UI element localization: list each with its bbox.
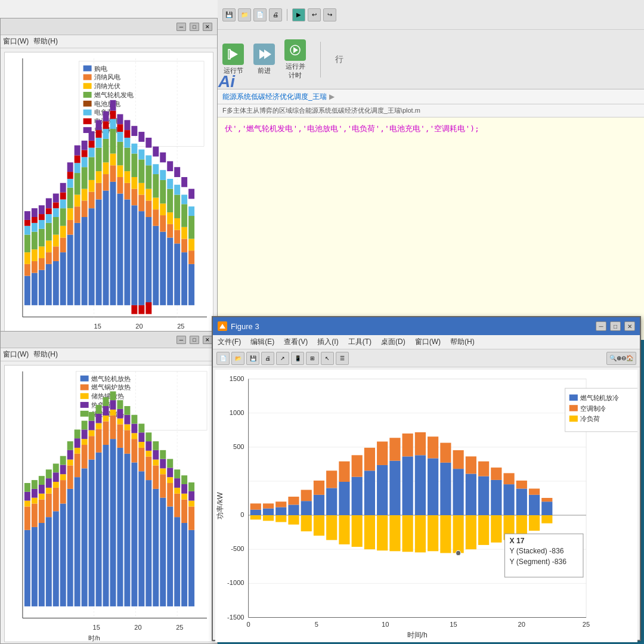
svg-rect-103 [96, 171, 102, 183]
svg-rect-307 [153, 441, 159, 450]
svg-rect-423 [503, 473, 514, 484]
svg-rect-291 [131, 424, 137, 434]
fig3-zoom-tools[interactable]: 🔍⊕⊖🏠 [606, 352, 636, 365]
fig3-menu-file[interactable]: 文件(F) [218, 337, 241, 347]
svg-rect-329 [188, 506, 194, 530]
toolbar-new-icon[interactable]: 📄 [253, 8, 267, 21]
svg-rect-398 [402, 456, 413, 515]
svg-rect-326 [181, 484, 187, 494]
svg-text:消纳风电: 消纳风电 [94, 73, 120, 80]
fig2-close[interactable]: ✕ [203, 336, 212, 344]
fig1-close[interactable]: ✕ [203, 23, 212, 31]
toolbar-print-icon[interactable]: 🖨 [269, 8, 282, 21]
fig3-print-icon[interactable]: 🖨 [261, 352, 274, 365]
fig3-minimize[interactable]: ─ [596, 321, 606, 331]
svg-rect-404 [428, 459, 438, 516]
svg-rect-293 [138, 471, 144, 606]
figure-window-1: ─ □ ✕ 窗口(W) 帮助(H) 购电 消纳风电 消纳光伏 燃气轮机发电 电池… [0, 18, 218, 343]
svg-rect-150 [145, 217, 151, 305]
svg-rect-300 [145, 451, 151, 457]
toolbar-open-icon[interactable]: 📁 [238, 8, 251, 21]
svg-rect-36 [24, 220, 30, 226]
fig3-list-icon[interactable]: ☰ [336, 352, 349, 365]
svg-rect-382 [326, 515, 337, 540]
fig3-export-icon[interactable]: ↗ [276, 352, 289, 365]
svg-rect-327 [181, 475, 187, 484]
toolbar-undo-icon[interactable]: ↩ [308, 8, 321, 21]
svg-rect-159 [153, 197, 159, 209]
svg-rect-130 [124, 183, 130, 200]
svg-rect-79 [67, 162, 73, 172]
svg-rect-117 [110, 154, 116, 166]
ai-badge: Ai [218, 72, 235, 91]
svg-rect-254 [82, 445, 88, 468]
svg-rect-168 [160, 153, 166, 163]
advance-btn[interactable]: 前进 [253, 44, 275, 75]
fig3-menu-insert[interactable]: 插入(I) [317, 337, 338, 347]
fig1-menu-help[interactable]: 帮助(H) [33, 36, 58, 47]
svg-rect-167 [160, 170, 166, 180]
breadcrumb-link[interactable]: 能源系统低碳经济优化调度_王瑞 [222, 92, 327, 102]
fig3-open-icon[interactable]: 📂 [231, 352, 244, 365]
toolbar-redo-icon[interactable]: ↪ [323, 8, 336, 21]
fig3-menu-tools[interactable]: 工具(T) [348, 337, 371, 347]
file-path-bar: F多主体主从博弈的区域综合能源系统低碳经济优化调度_王瑞\plot.m [218, 104, 644, 117]
fig3-maximize[interactable]: □ [610, 321, 621, 331]
svg-rect-34 [24, 235, 30, 253]
svg-text:25: 25 [583, 621, 590, 628]
toolbar-save-icon[interactable]: 💾 [222, 8, 236, 21]
svg-rect-82 [75, 195, 80, 207]
svg-rect-90 [82, 167, 88, 188]
svg-text:燃气轮机放冷: 燃气轮机放冷 [580, 394, 619, 401]
fig3-close[interactable]: ✕ [624, 321, 635, 331]
fig1-menu-window[interactable]: 窗口(W) [3, 36, 29, 47]
svg-rect-15 [83, 101, 92, 107]
svg-rect-265 [96, 423, 102, 429]
svg-rect-135 [124, 120, 130, 130]
svg-rect-88 [82, 200, 88, 217]
svg-rect-192 [188, 189, 194, 199]
fig3-menu-help[interactable]: 帮助(H) [450, 337, 475, 347]
svg-rect-280 [117, 419, 123, 425]
run-time-btn[interactable]: 运行并 计时 [284, 39, 306, 80]
svg-rect-174 [167, 161, 173, 171]
svg-rect-222 [32, 480, 38, 489]
fig3-mobile-icon[interactable]: 📱 [291, 352, 304, 365]
svg-rect-273 [110, 439, 116, 606]
toolbar-run-icon[interactable]: ▶ [292, 8, 305, 21]
fig1-maximize[interactable]: □ [190, 23, 199, 31]
svg-rect-262 [89, 412, 95, 421]
fig3-arrow-icon[interactable]: ↖ [321, 352, 334, 365]
svg-rect-381 [326, 470, 337, 488]
svg-rect-126 [117, 132, 123, 142]
svg-rect-419 [491, 480, 501, 515]
fig3-menu-edit[interactable]: 编辑(E) [250, 337, 274, 347]
fig3-grid-icon[interactable]: ⊞ [306, 352, 319, 365]
run-section-btn[interactable]: 运行节 [222, 44, 244, 75]
run-time-label: 运行并 计时 [286, 62, 305, 80]
fig3-new-icon[interactable]: 📄 [216, 352, 230, 365]
svg-rect-428 [529, 495, 540, 515]
svg-rect-141 [131, 305, 137, 314]
svg-rect-400 [402, 515, 413, 552]
svg-rect-1 [228, 49, 230, 59]
code-editor[interactable]: 伏','燃气轮机发电','电池放电','电负荷','电池充电','空调耗电'); [218, 117, 644, 340]
svg-rect-72 [60, 183, 66, 193]
svg-rect-282 [117, 400, 123, 409]
fig2-menu-help[interactable]: 帮助(H) [33, 349, 58, 360]
fig3-menu-desktop[interactable]: 桌面(D) [381, 337, 405, 347]
fig3-save-icon[interactable]: 💾 [246, 352, 259, 365]
fig2-menu-window[interactable]: 窗口(W) [3, 349, 29, 360]
svg-rect-157 [153, 226, 159, 305]
fig3-menu-view[interactable]: 查看(V) [284, 337, 308, 347]
fig2-maximize[interactable]: □ [190, 336, 199, 344]
svg-rect-93 [82, 141, 88, 150]
svg-rect-286 [124, 415, 130, 425]
svg-text:功率/kW: 功率/kW [216, 492, 224, 519]
svg-rect-43 [32, 217, 38, 223]
fig2-minimize[interactable]: ─ [177, 336, 186, 344]
fig1-minimize[interactable]: ─ [177, 23, 186, 31]
svg-rect-52 [46, 264, 52, 305]
fig3-menu-window[interactable]: 窗口(W) [415, 337, 441, 347]
svg-text:冷负荷: 冷负荷 [580, 415, 600, 422]
